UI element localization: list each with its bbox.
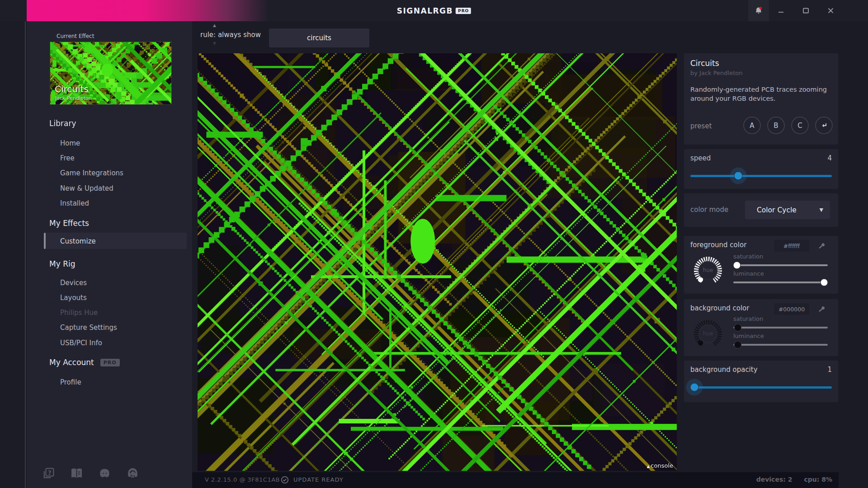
tab-circuits[interactable]: circuits: [269, 28, 369, 47]
maximize-button[interactable]: [796, 0, 816, 21]
notifications-button[interactable]: [748, 0, 769, 21]
app-logo: SIGNALRGB PRO: [397, 0, 471, 21]
sidebar-item-profile[interactable]: Profile: [60, 378, 81, 386]
preset-reset-button[interactable]: [815, 117, 833, 134]
statusbar-metrics: devices: 2 cpu: 8%: [756, 476, 832, 483]
sidebar-item-free[interactable]: Free: [60, 154, 75, 162]
effect-author: by Jack Pendleton: [690, 70, 742, 76]
foreground-saturation-thumb[interactable]: [734, 262, 741, 269]
docs-icon: [70, 467, 83, 480]
sidebar-footer: ?: [40, 465, 141, 481]
sidebar-item-installed[interactable]: Installed: [60, 199, 89, 207]
color-mode-card: color mode Color Cycle ▼: [684, 193, 838, 227]
background-luminance-thumb[interactable]: [735, 342, 741, 348]
foreground-luminance-label: luminance: [733, 270, 764, 277]
background-opacity-track[interactable]: [690, 386, 832, 389]
preset-label: preset: [690, 122, 712, 130]
sidebar-item-home[interactable]: Home: [60, 139, 80, 147]
foreground-saturation-label: saturation: [733, 253, 763, 260]
foreground-saturation-slider[interactable]: [733, 262, 828, 268]
return-arrow-icon: [821, 122, 828, 129]
background-picker-button[interactable]: [815, 303, 828, 315]
help-icon: ?: [42, 467, 55, 480]
nav-header-my-account: My AccountPRO: [49, 358, 120, 367]
foreground-saturation-track[interactable]: [733, 264, 828, 266]
signalrgb-app: SIGNALRGB PRO Current Effect Circuits Ja…: [0, 0, 868, 488]
console-label: console: [651, 462, 673, 469]
cpu-usage: cpu: 8%: [804, 476, 832, 483]
speed-label: speed: [690, 154, 711, 162]
background-hue-knob[interactable]: hue: [691, 317, 725, 351]
discord-icon: [98, 467, 111, 480]
foreground-picker-button[interactable]: [815, 239, 828, 252]
nav-header-my-rig: My Rig: [49, 259, 75, 268]
support-button[interactable]: [124, 465, 141, 481]
effect-preview: ▲console: [198, 53, 677, 471]
preset-a-button[interactable]: A: [743, 117, 761, 134]
rule-down-arrow[interactable]: ▼: [213, 41, 216, 46]
background-opacity-thumb[interactable]: [691, 384, 698, 391]
background-hex-input[interactable]: #000000: [774, 303, 809, 315]
nav-header-library: Library: [49, 119, 76, 128]
window-edge-strip: [0, 0, 26, 488]
background-saturation-thumb[interactable]: [735, 324, 741, 331]
maximize-icon: [802, 7, 810, 14]
foreground-color-card: foreground color #ffffff hue saturation …: [684, 236, 838, 294]
chevron-down-icon: ▼: [820, 207, 823, 213]
background-opacity-value: 1: [827, 366, 832, 374]
sidebar-item-layouts[interactable]: Layouts: [60, 294, 87, 302]
preset-c-button[interactable]: C: [791, 117, 809, 134]
discord-button[interactable]: [96, 465, 113, 481]
foreground-luminance-slider[interactable]: [733, 279, 828, 286]
current-effect-thumbnail[interactable]: Circuits Jack Pendleton: [50, 42, 171, 104]
background-luminance-track[interactable]: [733, 344, 828, 346]
rule-label: rule: always show: [200, 31, 261, 39]
background-saturation-slider[interactable]: [733, 324, 828, 331]
console-toggle[interactable]: ▲console: [646, 462, 673, 469]
background-saturation-track[interactable]: [733, 327, 828, 328]
speed-slider-thumb[interactable]: [735, 172, 742, 180]
effect-preview-canvas: [198, 53, 677, 471]
foreground-hex-input[interactable]: #ffffff: [774, 240, 809, 252]
sidebar-item-usb-pci-info[interactable]: USB/PCI Info: [60, 339, 102, 347]
effect-info-card: Circuits by Jack Pendleton Randomly-gene…: [684, 53, 838, 145]
background-opacity-label: background opacity: [690, 366, 758, 374]
background-luminance-label: luminance: [733, 333, 764, 339]
background-opacity-slider[interactable]: [690, 383, 832, 391]
background-luminance-slider[interactable]: [733, 342, 828, 348]
background-color-label: background color: [690, 304, 749, 312]
sidebar-item-game-integrations[interactable]: Game Integrations: [60, 169, 123, 177]
nav-header-my-effects: My Effects: [49, 219, 89, 228]
sidebar-item-capture-settings[interactable]: Capture Settings: [60, 324, 117, 332]
my-account-label: My Account: [49, 358, 94, 367]
foreground-hue-knob[interactable]: hue: [691, 254, 725, 287]
wrench-icon: [817, 305, 826, 314]
sidebar-item-customize[interactable]: Customize: [60, 237, 96, 245]
rule-up-arrow[interactable]: ▲: [213, 23, 216, 28]
foreground-luminance-track[interactable]: [733, 282, 828, 283]
devices-count: devices: 2: [756, 476, 793, 483]
sidebar-item-philips-hue[interactable]: Philips Hue: [60, 309, 98, 317]
foreground-luminance-thumb[interactable]: [821, 279, 827, 286]
color-mode-value: Color Cycle: [757, 206, 797, 214]
preset-b-button[interactable]: B: [767, 117, 785, 134]
speed-slider-track[interactable]: [690, 175, 832, 177]
logo-text: SIGNALRGB: [397, 6, 453, 15]
help-button[interactable]: ?: [40, 465, 57, 481]
sidebar-item-new-updated[interactable]: New & Updated: [60, 184, 113, 192]
main-area: ▲ rule: always show ▼ circuits ▲console: [192, 21, 684, 472]
speed-slider[interactable]: [690, 172, 832, 180]
speed-value: 4: [827, 154, 832, 162]
svg-text:?: ?: [48, 469, 52, 476]
sidebar: Current Effect Circuits Jack Pendleton L…: [27, 21, 192, 488]
update-ready-text[interactable]: UPDATE READY: [293, 476, 344, 483]
console-arrow-icon: ▲: [646, 464, 650, 469]
foreground-color-label: foreground color: [690, 241, 746, 249]
minimize-button[interactable]: [771, 0, 791, 21]
sidebar-item-devices[interactable]: Devices: [60, 279, 87, 287]
close-button[interactable]: [821, 0, 840, 21]
version-text: V 2.2.15.0 @ 3F81C1AB: [205, 476, 280, 483]
docs-button[interactable]: [68, 465, 85, 481]
background-saturation-label: saturation: [733, 315, 763, 322]
color-mode-select[interactable]: Color Cycle ▼: [745, 201, 830, 219]
